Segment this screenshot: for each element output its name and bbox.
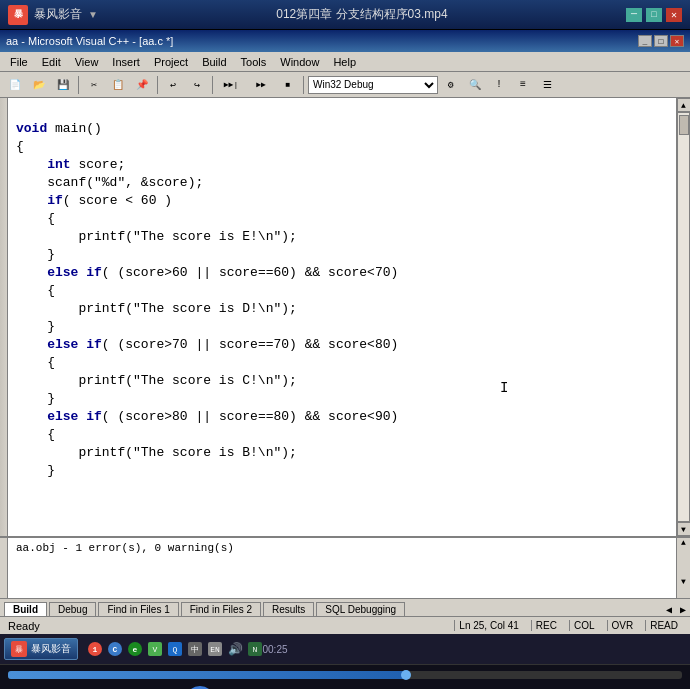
app-title: 暴风影音 [34, 6, 82, 23]
vs-title-text: aa - Microsoft Visual C++ - [aa.c *] [6, 35, 173, 47]
scroll-down-arrow[interactable]: ▼ [677, 522, 691, 536]
output-scroll-down[interactable]: ▼ [677, 577, 690, 586]
status-rec: REC [531, 620, 561, 631]
maximize-btn[interactable]: □ [646, 8, 662, 22]
tray-net-icon: N [248, 642, 262, 656]
tab-build[interactable]: Build [4, 602, 47, 616]
toolbar-extra4[interactable]: ≡ [512, 75, 534, 95]
code-line-8: } [16, 247, 55, 262]
tray-icon-ie[interactable]: e [126, 640, 144, 658]
toolbar-stop[interactable]: ■ [277, 75, 299, 95]
vs-menu-bar: File Edit View Insert Project Build Tool… [0, 52, 690, 72]
video-progress-bar[interactable] [8, 671, 682, 679]
progress-handle[interactable] [401, 670, 411, 680]
tabs-scroll-left[interactable]: ◀ [662, 604, 676, 616]
config-dropdown[interactable]: Win32 Debug Win32 Release [308, 76, 438, 94]
app-logo: 暴 [8, 5, 28, 25]
menu-file[interactable]: File [4, 55, 34, 69]
tray-en-icon: EN [208, 642, 222, 656]
vs-close-btn[interactable]: ✕ [670, 35, 684, 47]
tab-find1[interactable]: Find in Files 1 [98, 602, 178, 616]
toolbar-open[interactable]: 📂 [28, 75, 50, 95]
toolbar-extra5[interactable]: ☰ [536, 75, 558, 95]
menu-tools[interactable]: Tools [235, 55, 273, 69]
taskbar-app-label: 暴风影音 [31, 642, 71, 656]
tab-results[interactable]: Results [263, 602, 314, 616]
tray-icon-c[interactable]: C [106, 640, 124, 658]
menu-insert[interactable]: Insert [106, 55, 146, 69]
taskbar-system-icons: 1 C e V Q 中 EN 🔊 N 00:25 [86, 640, 284, 658]
vs-title-bar: aa - Microsoft Visual C++ - [aa.c *] _ □… [0, 30, 690, 52]
tray-icon-net[interactable]: N [246, 640, 264, 658]
tray-icon-qq[interactable]: Q [166, 640, 184, 658]
code-line-1: void main() [16, 121, 102, 136]
tray-icon-virus[interactable]: V [146, 640, 164, 658]
menu-window[interactable]: Window [274, 55, 325, 69]
tray-circle-1: 1 [88, 642, 102, 656]
title-bar: 暴 暴风影音 ▼ 012第四章 分支结构程序03.mp4 ─ □ ✕ [0, 0, 690, 30]
close-btn[interactable]: ✕ [666, 8, 682, 22]
code-line-4: scanf("%d", &score); [16, 175, 203, 190]
code-line-13: else if( (score>70 || score==70) && scor… [16, 337, 398, 352]
output-right-scroll[interactable]: ▲ ▼ [676, 538, 690, 598]
tabs-scroll-right[interactable]: ▶ [676, 604, 690, 616]
progress-fill [8, 671, 406, 679]
code-line-15: printf("The score is C!\n"); [16, 373, 297, 388]
text-cursor: I [500, 380, 508, 396]
toolbar-sep1 [78, 76, 79, 94]
code-line-5: if( score < 60 ) [16, 193, 172, 208]
toolbar-paste[interactable]: 📌 [131, 75, 153, 95]
output-text-area[interactable]: aa.obj - 1 error(s), 0 warning(s) [8, 538, 676, 598]
output-scroll-up[interactable]: ▲ [677, 538, 690, 547]
right-scrollbar[interactable]: ▲ ▼ [676, 98, 690, 536]
toolbar-redo[interactable]: ↪ [186, 75, 208, 95]
toolbar-new[interactable]: 📄 [4, 75, 26, 95]
menu-help[interactable]: Help [327, 55, 362, 69]
code-line-18: { [16, 427, 55, 442]
vs-title-controls: _ □ ✕ [638, 35, 684, 47]
scroll-up-arrow[interactable]: ▲ [677, 98, 691, 112]
toolbar-extra3[interactable]: ! [488, 75, 510, 95]
output-panel: aa.obj - 1 error(s), 0 warning(s) ▲ ▼ Bu… [0, 536, 690, 616]
status-read: READ [645, 620, 682, 631]
code-editor[interactable]: void main() { int score; scanf("%d", &sc… [8, 98, 676, 536]
menu-build[interactable]: Build [196, 55, 232, 69]
scroll-thumb[interactable] [679, 115, 689, 135]
tray-icon-en[interactable]: EN [206, 640, 224, 658]
toolbar-extra2[interactable]: 🔍 [464, 75, 486, 95]
code-line-10: { [16, 283, 55, 298]
toolbar-build[interactable]: ▶▶| [217, 75, 245, 95]
tray-icon-clock: 00:25 [266, 640, 284, 658]
toolbar-extra1[interactable]: ⚙ [440, 75, 462, 95]
minimize-btn[interactable]: ─ [626, 8, 642, 22]
code-line-6: { [16, 211, 55, 226]
tab-find2[interactable]: Find in Files 2 [181, 602, 261, 616]
code-line-14: { [16, 355, 55, 370]
toolbar-cut[interactable]: ✂ [83, 75, 105, 95]
editor-main[interactable]: void main() { int score; scanf("%d", &sc… [8, 98, 676, 536]
toolbar-sep4 [303, 76, 304, 94]
vs-toolbar: 📄 📂 💾 ✂ 📋 📌 ↩ ↪ ▶▶| ▶▶ ■ Win32 Debug Win… [0, 72, 690, 98]
tray-time: 00:25 [262, 644, 287, 655]
toolbar-save[interactable]: 💾 [52, 75, 74, 95]
tray-icon-lang[interactable]: 中 [186, 640, 204, 658]
scroll-track[interactable] [677, 112, 690, 522]
toolbar-undo[interactable]: ↩ [162, 75, 184, 95]
video-controls: 📷 👁 ⏮ ⏪ ▶ ⏩ ⏭ 🔊 00:13:01/00:22:20 ⊞ ⤢ ☰ … [0, 664, 690, 689]
tray-circle-ie: e [128, 642, 142, 656]
tray-icon-vol[interactable]: 🔊 [226, 640, 244, 658]
menu-project[interactable]: Project [148, 55, 194, 69]
taskbar-app-baofeng[interactable]: 暴 暴风影音 [4, 638, 78, 660]
tray-icon-1[interactable]: 1 [86, 640, 104, 658]
tab-debug[interactable]: Debug [49, 602, 96, 616]
taskbar-app-icon: 暴 [11, 641, 27, 657]
menu-view[interactable]: View [69, 55, 105, 69]
menu-edit[interactable]: Edit [36, 55, 67, 69]
code-line-2: { [16, 139, 24, 154]
code-line-11: printf("The score is D!\n"); [16, 301, 297, 316]
vs-minimize-btn[interactable]: _ [638, 35, 652, 47]
tab-sql[interactable]: SQL Debugging [316, 602, 405, 616]
vs-restore-btn[interactable]: □ [654, 35, 668, 47]
toolbar-copy[interactable]: 📋 [107, 75, 129, 95]
toolbar-run[interactable]: ▶▶ [247, 75, 275, 95]
